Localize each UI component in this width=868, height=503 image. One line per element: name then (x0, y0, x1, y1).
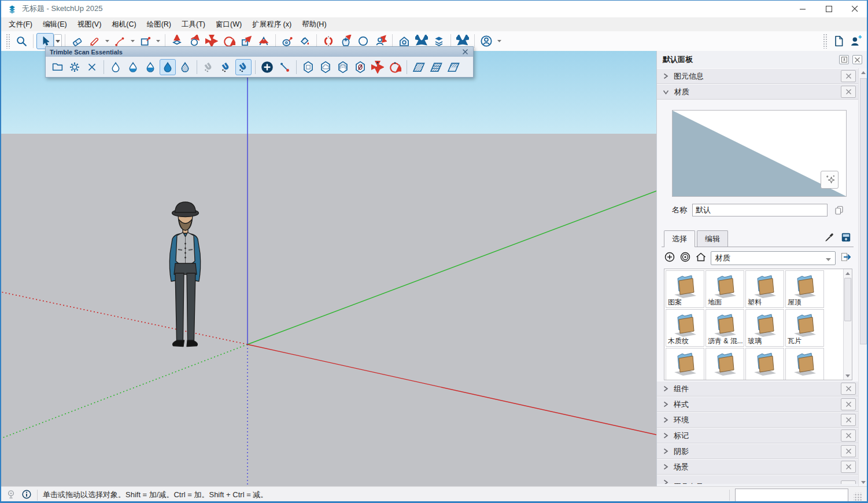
scan-hex-region-button[interactable] (300, 59, 316, 75)
material-name-input[interactable] (692, 204, 828, 216)
scan-toolbar-titlebar[interactable]: Trimble Scan Essentials (46, 47, 473, 57)
scan-open-folder-button[interactable] (49, 59, 65, 75)
tab-select[interactable]: 选择 (664, 230, 695, 247)
account-button[interactable] (478, 33, 495, 49)
scan-hex-cloud-button[interactable] (317, 59, 334, 75)
menu-item-8[interactable]: 帮助(H) (297, 17, 331, 32)
search-tool-button[interactable] (13, 33, 30, 49)
folder-item-4[interactable]: 木质纹 (666, 309, 704, 347)
pin-panel-button[interactable] (839, 55, 849, 64)
folder-item-11[interactable] (785, 348, 824, 380)
scan-snap-point-button[interactable] (218, 59, 234, 75)
close-section-button[interactable] (841, 480, 856, 484)
menu-item-3[interactable]: 相机(C) (106, 17, 141, 32)
scan-drop-full-button[interactable] (160, 59, 176, 75)
menu-item-5[interactable]: 工具(T) (176, 17, 210, 32)
scan-drop-empty-button[interactable] (108, 59, 124, 75)
menu-item-2[interactable]: 视图(V) (72, 17, 107, 32)
in-model-button[interactable] (695, 251, 707, 265)
scan-drop-half-button[interactable] (142, 59, 158, 75)
add-collaborator-button[interactable] (847, 33, 865, 49)
scale-figure-person[interactable] (155, 199, 217, 355)
scrollbar-thumb[interactable] (844, 278, 851, 321)
close-section-button[interactable] (841, 70, 856, 82)
new-document-button[interactable] (830, 33, 847, 49)
scan-rotate-points-button[interactable] (387, 59, 403, 75)
scan-drop-low-button[interactable] (125, 59, 141, 75)
menu-item-0[interactable]: 文件(F) (3, 17, 38, 32)
panel-section-5[interactable]: 场景 (657, 459, 858, 475)
scan-polyline-button[interactable] (276, 59, 293, 75)
panel-section-entity-info[interactable]: 图元信息 (657, 68, 858, 84)
close-section-button[interactable] (841, 398, 856, 410)
close-button[interactable] (842, 1, 868, 17)
panel-scrollbar[interactable] (858, 68, 868, 486)
menu-item-4[interactable]: 绘图(R) (142, 17, 176, 32)
scrollbar-thumb[interactable] (860, 78, 867, 344)
resize-grip[interactable] (854, 493, 862, 501)
panel-section-3[interactable]: 标记 (657, 428, 858, 443)
tab-edit[interactable]: 编辑 (697, 230, 728, 247)
folder-item-2[interactable]: 塑料 (745, 270, 784, 308)
scan-snap-off-button[interactable] (201, 59, 217, 75)
folder-item-8[interactable] (666, 348, 704, 380)
scan-drop-hatched-button[interactable] (177, 59, 193, 75)
close-section-button[interactable] (841, 383, 856, 395)
folder-item-6[interactable]: 玻璃 (745, 309, 784, 347)
sample-material-button[interactable] (679, 251, 691, 265)
maximize-button[interactable] (816, 1, 842, 17)
folder-item-0[interactable]: 图案 (666, 270, 704, 308)
scan-settings-button[interactable] (67, 59, 83, 75)
scroll-up-arrow[interactable] (844, 269, 852, 277)
scan-add-point-button[interactable] (259, 59, 275, 75)
3d-viewport[interactable] (0, 51, 656, 486)
scan-toolbar-close-button[interactable] (461, 48, 469, 56)
folder-item-9[interactable] (706, 348, 744, 380)
show-secondary-pane-button[interactable] (840, 251, 852, 265)
scroll-down-arrow[interactable] (859, 478, 868, 486)
close-section-button[interactable] (841, 414, 856, 426)
close-section-button[interactable] (841, 461, 856, 473)
close-section-button[interactable] (841, 429, 856, 442)
materials-collection-dropdown[interactable]: 材质 (711, 251, 836, 265)
scroll-up-arrow[interactable] (859, 68, 868, 76)
panel-section-partial[interactable]: 工具向导 (657, 475, 858, 484)
folder-item-7[interactable]: 瓦片 (785, 309, 824, 347)
scan-close-tool-button[interactable] (84, 59, 100, 75)
scan-hex-null-button[interactable] (352, 59, 368, 75)
close-panel-button[interactable] (852, 55, 862, 64)
scan-snap-plane-button[interactable] (235, 59, 252, 75)
menu-item-6[interactable]: 窗口(W) (210, 17, 247, 32)
panel-section-2[interactable]: 环境 (657, 412, 858, 428)
ai-enhance-button[interactable] (821, 171, 839, 189)
measurement-input[interactable] (735, 489, 848, 502)
scan-mesh-full-button[interactable] (411, 59, 427, 75)
menu-item-1[interactable]: 编辑(E) (38, 17, 72, 32)
scan-mesh-dense-button[interactable] (428, 59, 444, 75)
scroll-down-arrow[interactable] (844, 372, 852, 380)
panel-section-4[interactable]: 阴影 (657, 443, 858, 459)
help-button[interactable] (21, 489, 32, 501)
account-dropdown-button[interactable] (495, 34, 503, 49)
duplicate-material-button[interactable] (833, 204, 845, 216)
close-section-button[interactable] (841, 445, 856, 457)
panel-section-0[interactable]: 组件 (657, 381, 858, 396)
sample-paint-button[interactable] (824, 232, 835, 245)
panel-section-materials[interactable]: 材质 (657, 84, 858, 100)
geolocation-button[interactable] (6, 489, 16, 501)
folder-item-1[interactable]: 地面 (706, 270, 744, 308)
toolbar-grip[interactable] (823, 34, 828, 49)
scan-move-points-button[interactable] (370, 59, 386, 75)
close-section-button[interactable] (841, 86, 856, 98)
grid-scrollbar[interactable] (843, 269, 852, 380)
folder-item-3[interactable]: 屋顶 (785, 270, 824, 308)
panel-section-1[interactable]: 样式 (657, 396, 858, 412)
menu-item-7[interactable]: 扩展程序 (x) (247, 17, 297, 32)
scan-hex-fingerprint-button[interactable] (335, 59, 351, 75)
scan-mesh-half-button[interactable] (445, 59, 461, 75)
minimize-button[interactable] (790, 1, 816, 17)
toolbar-grip[interactable] (6, 34, 10, 49)
trimble-scan-essentials-toolbar[interactable]: Trimble Scan Essentials (45, 46, 474, 78)
create-material-circle-button[interactable] (664, 251, 675, 265)
folder-item-10[interactable] (745, 348, 784, 380)
